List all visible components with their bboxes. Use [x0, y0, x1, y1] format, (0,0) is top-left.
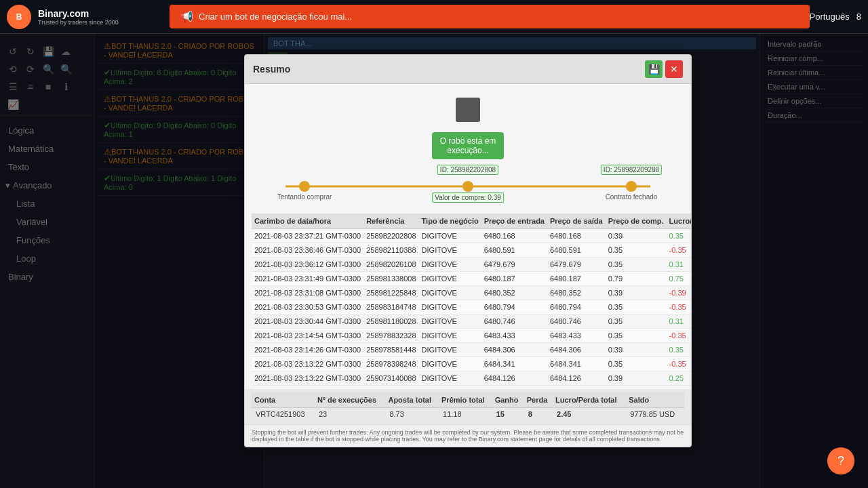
cell-exit: 6484.306: [547, 343, 606, 357]
cell-type: DIGITOVE: [419, 258, 481, 272]
cell-pnl: -0.35: [667, 300, 691, 314]
col-entry: Preço de entrada: [481, 214, 547, 229]
cell-type: DIGITOVE: [419, 243, 481, 258]
cell-comp: 0.39: [606, 286, 667, 300]
cell-ref: 258978398248: [363, 357, 418, 371]
col-type: Tipo de negócio: [419, 214, 481, 229]
col-pnl: Lucro/Perda: [667, 214, 691, 229]
cell-ref: 258981180028: [363, 314, 418, 329]
cell-date: 2021-08-03 23:30:44 GMT-0300: [252, 314, 363, 329]
cell-ref: 258978581448: [363, 343, 418, 357]
sum-col-aposta: Aposta total: [385, 392, 439, 408]
cell-comp: 0.79: [606, 272, 667, 286]
cell-entry: 6480.168: [481, 229, 547, 243]
table-row: 2021-08-03 23:36:46 GMT-0300 25898211038…: [252, 243, 691, 258]
account-selector[interactable]: 8: [856, 12, 861, 22]
modal-header: Resumo 💾 ✕: [245, 55, 691, 84]
table-row: 2021-08-03 23:31:49 GMT-0300 25898133800…: [252, 272, 691, 286]
table-row: 2021-08-03 23:30:44 GMT-0300 25898118002…: [252, 314, 691, 329]
col-comp: Preço de comp.: [606, 214, 667, 229]
cell-comp: 0.35: [606, 329, 667, 343]
language-selector[interactable]: Português: [810, 12, 850, 22]
modal-actions: 💾 ✕: [645, 60, 683, 78]
cell-date: 2021-08-03 23:31:08 GMT-0300: [252, 286, 363, 300]
cell-pnl: -0.35: [667, 357, 691, 371]
cell-entry: 6484.306: [481, 343, 547, 357]
cell-pnl: -0.35: [667, 243, 691, 258]
cell-comp: 0.35: [606, 243, 667, 258]
cell-entry: 6480.187: [481, 272, 547, 286]
sum-total: 2.45: [553, 408, 626, 421]
cell-ref: 258981338008: [363, 272, 418, 286]
cell-ref: 258982110388: [363, 243, 418, 258]
cell-type: DIGITOVE: [419, 343, 481, 357]
cell-date: 2021-08-03 23:36:46 GMT-0300: [252, 243, 363, 258]
table-row: 2021-08-03 23:30:53 GMT-0300 25898318474…: [252, 300, 691, 314]
sum-col-perda: Perda: [524, 392, 553, 408]
table-row: 2021-08-03 23:14:26 GMT-0300 25897858144…: [252, 343, 691, 357]
cell-comp: 0.35: [606, 258, 667, 272]
cell-pnl: 0.75: [667, 272, 691, 286]
modal-save-button[interactable]: 💾: [645, 60, 663, 78]
logo-area: B Binary.com Trusted by traders since 20…: [7, 5, 170, 29]
cell-type: DIGITOVE: [419, 286, 481, 300]
cell-exit: 6480.352: [547, 286, 606, 300]
summary-values-row: VRTC4251903 23 8.73 11.18 15 8 2.45 9779…: [252, 408, 684, 421]
cell-pnl: 0.25: [667, 371, 691, 386]
table-row: 2021-08-03 23:31:08 GMT-0300 25898122584…: [252, 286, 691, 300]
logo-text: Binary.com Trusted by traders since 2000: [38, 8, 119, 26]
flow-id-2: ID: 258982202808: [437, 165, 498, 175]
cell-ref: 258981225848: [363, 286, 418, 300]
cell-pnl: 0.31: [667, 314, 691, 329]
cell-date: 2021-08-03 23:30:53 GMT-0300: [252, 300, 363, 314]
cell-type: DIGITOVE: [419, 272, 481, 286]
sum-aposta: 8.73: [385, 408, 439, 421]
cell-date: 2021-08-03 23:37:21 GMT-0300: [252, 229, 363, 243]
table-row: 2021-08-03 23:13:22 GMT-0300 25907314008…: [252, 371, 691, 386]
sum-saldo: 9779.85 USD: [626, 408, 684, 421]
summary-table: Conta Nº de execuções Aposta total Prêmi…: [252, 392, 684, 421]
flow-dot-1: [299, 181, 310, 192]
col-exit: Preço de saída: [547, 214, 606, 229]
disclaimer-text: Stopping the bot will prevent further tr…: [245, 424, 691, 447]
cell-type: DIGITOVE: [419, 314, 481, 329]
table-row: 2021-08-03 23:37:21 GMT-0300 25898220280…: [252, 229, 691, 243]
summary-row: Conta Nº de execuções Aposta total Prêmi…: [245, 389, 691, 424]
sum-ganho: 15: [492, 408, 524, 421]
table-row: 2021-08-03 23:13:22 GMT-0300 25897839824…: [252, 357, 691, 371]
cell-date: 2021-08-03 23:13:22 GMT-0300: [252, 357, 363, 371]
flow-step-3: Contrato fechado ID: 258982209288: [626, 181, 637, 192]
flow-step-1: Tentando comprar: [299, 181, 310, 192]
cell-date: 2021-08-03 23:36:12 GMT-0300: [252, 258, 363, 272]
help-button[interactable]: ?: [827, 447, 854, 474]
banner-text: Criar um bot de negociação ficou mai...: [199, 12, 352, 22]
cell-exit: 6480.168: [547, 229, 606, 243]
cell-entry: 6480.794: [481, 300, 547, 314]
cell-pnl: 0.35: [667, 229, 691, 243]
flow-id-3: ID: 258982209288: [601, 165, 662, 175]
resumo-modal: Resumo 💾 ✕ O robô está emexecução... Ten…: [244, 54, 692, 447]
table-row: 2021-08-03 23:14:54 GMT-0300 25897883232…: [252, 329, 691, 343]
nav-right: Português 8: [810, 12, 862, 22]
logo-title: Binary.com: [38, 8, 119, 19]
cell-pnl: 0.35: [667, 343, 691, 357]
logo-icon: B: [7, 5, 31, 29]
table-row: 2021-08-03 23:36:12 GMT-0300 25898202610…: [252, 258, 691, 272]
cell-entry: 6480.591: [481, 243, 547, 258]
promo-banner[interactable]: 📢 Criar um bot de negociação ficou mai..…: [170, 5, 810, 28]
col-ref: Referência: [363, 214, 418, 229]
cell-date: 2021-08-03 23:13:22 GMT-0300: [252, 371, 363, 386]
cell-pnl: 0.31: [667, 258, 691, 272]
flow-indicator-icon: [456, 98, 480, 122]
robot-status-badge: O robô está emexecução...: [432, 132, 505, 159]
modal-close-button[interactable]: ✕: [665, 60, 683, 78]
cell-entry: 6483.433: [481, 329, 547, 343]
cell-comp: 0.39: [606, 343, 667, 357]
top-navigation: B Binary.com Trusted by traders since 20…: [0, 0, 868, 34]
sum-col-premio: Prêmio total: [439, 392, 492, 408]
flow-dot-2: [462, 181, 473, 192]
cell-comp: 0.35: [606, 357, 667, 371]
cell-entry: 6484.341: [481, 357, 547, 371]
cell-date: 2021-08-03 23:31:49 GMT-0300: [252, 272, 363, 286]
sum-col-total: Lucro/Perda total: [553, 392, 626, 408]
